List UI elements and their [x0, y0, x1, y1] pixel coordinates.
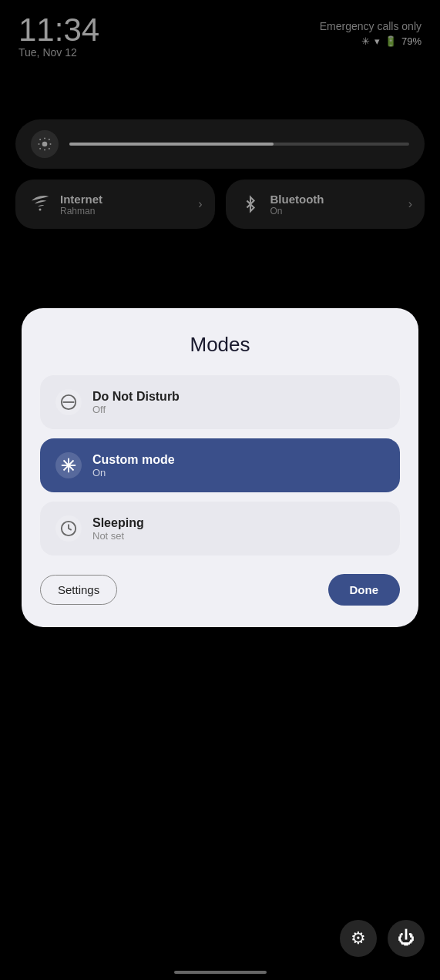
bottom-nav: ⚙ ⏻ — [340, 920, 425, 957]
dnd-mode-item[interactable]: Do Not Disturb Off — [40, 375, 400, 429]
custom-mode-text: Custom mode On — [92, 453, 175, 478]
modal-actions: Settings Done — [40, 574, 400, 606]
dnd-icon — [55, 389, 82, 415]
settings-nav-button[interactable]: ⚙ — [340, 920, 377, 957]
sleeping-icon — [55, 515, 82, 542]
sleeping-mode-item[interactable]: Sleeping Not set — [40, 502, 400, 555]
modes-modal: Modes Do Not Disturb Off Custom mode On — [22, 308, 418, 627]
custom-mode-item[interactable]: Custom mode On — [40, 438, 400, 492]
power-nav-icon: ⏻ — [398, 928, 415, 948]
modes-title: Modes — [40, 333, 400, 357]
sleeping-title: Sleeping — [92, 516, 144, 530]
done-button[interactable]: Done — [328, 574, 401, 606]
dnd-title: Do Not Disturb — [92, 390, 180, 404]
power-nav-button[interactable]: ⏻ — [388, 920, 425, 957]
custom-mode-title: Custom mode — [92, 453, 175, 467]
sleeping-subtitle: Not set — [92, 530, 144, 542]
sleeping-text: Sleeping Not set — [92, 516, 144, 542]
settings-button[interactable]: Settings — [40, 575, 117, 605]
home-indicator — [174, 971, 267, 974]
custom-mode-subtitle: On — [92, 467, 175, 478]
dnd-subtitle: Off — [92, 404, 180, 415]
dnd-text: Do Not Disturb Off — [92, 390, 180, 415]
settings-nav-icon: ⚙ — [351, 928, 366, 948]
custom-mode-icon — [55, 452, 82, 478]
